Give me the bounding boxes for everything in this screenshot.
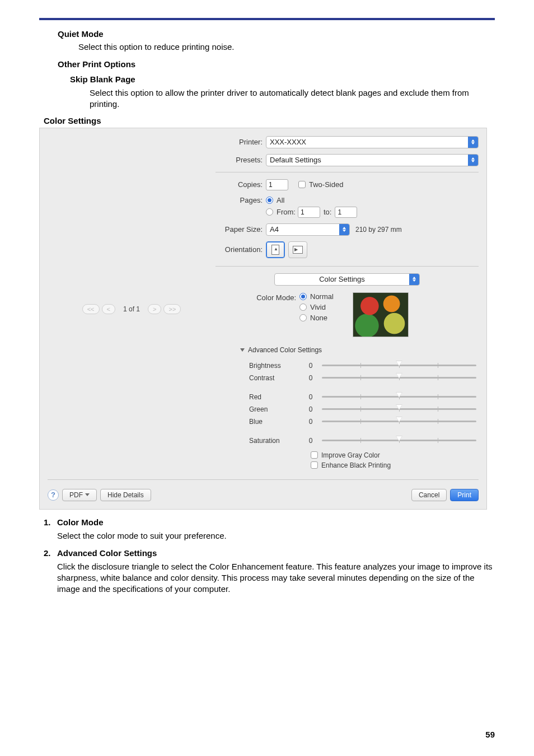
top-rule	[39, 18, 495, 20]
color-mode-none-radio[interactable]	[299, 314, 307, 321]
help-button[interactable]: ?	[48, 489, 59, 501]
presets-value: Default Settings	[266, 156, 468, 164]
paper-size-value: A4	[266, 225, 339, 234]
presets-select[interactable]: Default Settings	[266, 154, 479, 166]
pager-prev-button[interactable]: <	[102, 304, 115, 314]
enhance-black-label: Enhance Black Printing	[321, 461, 391, 469]
print-dialog-screenshot: << < 1 of 1 > >> Printer: XXX-XXXX Prese…	[39, 128, 487, 510]
color-mode-label: Color Mode:	[238, 292, 299, 302]
pager-status: 1 of 1	[123, 305, 140, 313]
red-label: Red	[249, 393, 299, 401]
copies-field[interactable]: 1	[266, 179, 288, 190]
pager-first-button[interactable]: <<	[82, 304, 100, 314]
green-value: 0	[299, 405, 322, 413]
preview-pager: << < 1 of 1 > >>	[48, 304, 216, 314]
brightness-value: 0	[299, 362, 322, 370]
printer-value: XXX-XXXX	[266, 138, 468, 146]
color-mode-vivid-label: Vivid	[310, 303, 326, 311]
presets-label: Presets:	[216, 156, 266, 164]
red-slider[interactable]	[322, 396, 476, 398]
contrast-value: 0	[299, 374, 322, 382]
advanced-color-label: Advanced Color Settings	[248, 346, 322, 354]
printer-label: Printer:	[216, 138, 266, 146]
blue-label: Blue	[249, 418, 299, 426]
red-value: 0	[299, 393, 322, 401]
enhance-black-checkbox[interactable]	[311, 461, 318, 469]
disclosure-triangle-icon	[240, 348, 245, 352]
two-sided-label: Two-Sided	[309, 180, 343, 189]
text-quiet-mode: Select this option to reduce printing no…	[78, 42, 495, 52]
list-body-advanced-color: Click the disclosure triangle to select …	[57, 561, 495, 595]
pages-all-radio[interactable]	[266, 197, 273, 204]
divider	[216, 266, 479, 267]
improve-gray-label: Improve Gray Color	[321, 451, 380, 459]
heading-skip-blank-page: Skip Blank Page	[70, 74, 495, 84]
pages-to-label: to:	[324, 208, 331, 216]
brightness-label: Brightness	[249, 362, 299, 370]
heading-color-settings: Color Settings	[44, 116, 495, 125]
hide-details-button[interactable]: Hide Details	[100, 489, 151, 501]
text-skip-blank-page: Select this option to allow the printer …	[90, 87, 495, 110]
pages-from-field[interactable]: 1	[298, 207, 320, 218]
blue-value: 0	[299, 418, 322, 426]
printer-select[interactable]: XXX-XXXX	[266, 136, 479, 148]
select-arrows-icon	[409, 273, 419, 286]
orientation-landscape-button[interactable]	[288, 241, 307, 258]
pager-last-button[interactable]: >>	[163, 304, 181, 314]
blue-slider[interactable]	[322, 421, 476, 422]
section-value: Color Settings	[275, 275, 409, 283]
divider	[216, 172, 479, 172]
section-select[interactable]: Color Settings	[274, 273, 420, 286]
list-number-1: 1.	[44, 517, 57, 527]
color-mode-vivid-radio[interactable]	[299, 304, 307, 311]
list-number-2: 2.	[44, 548, 57, 558]
pages-from-label: From:	[277, 208, 296, 216]
select-arrows-icon	[468, 136, 478, 148]
color-mode-normal-radio[interactable]	[299, 293, 307, 300]
print-button[interactable]: Print	[450, 489, 479, 501]
pager-next-button[interactable]: >	[148, 304, 161, 314]
paper-size-label: Paper Size:	[216, 225, 266, 234]
pdf-label: PDF	[69, 491, 83, 499]
pages-to-field[interactable]: 1	[335, 207, 357, 218]
divider	[48, 479, 479, 480]
color-mode-normal-label: Normal	[310, 292, 334, 301]
chevron-down-icon	[85, 493, 90, 496]
pages-all-label: All	[277, 196, 284, 204]
select-arrows-icon	[339, 223, 349, 236]
pdf-button[interactable]: PDF	[62, 489, 97, 501]
select-arrows-icon	[468, 154, 478, 166]
heading-quiet-mode: Quiet Mode	[58, 29, 495, 39]
saturation-slider[interactable]	[322, 440, 476, 441]
contrast-label: Contrast	[249, 374, 299, 382]
contrast-slider[interactable]	[322, 377, 476, 379]
improve-gray-checkbox[interactable]	[311, 451, 318, 459]
saturation-value: 0	[299, 437, 322, 445]
green-label: Green	[249, 405, 299, 413]
landscape-icon	[293, 246, 303, 254]
orientation-label: Orientation:	[216, 245, 266, 254]
pages-label: Pages:	[216, 196, 266, 204]
paper-size-select[interactable]: A4	[266, 223, 350, 236]
advanced-color-disclosure[interactable]: Advanced Color Settings	[240, 346, 479, 354]
two-sided-checkbox[interactable]	[298, 181, 306, 188]
portrait-icon	[271, 245, 279, 255]
pages-range-radio[interactable]	[266, 208, 273, 216]
list-title-color-mode: Color Mode	[57, 517, 104, 527]
heading-other-print-options: Other Print Options	[58, 59, 495, 69]
saturation-label: Saturation	[249, 437, 299, 445]
list-title-advanced-color: Advanced Color Settings	[57, 548, 157, 558]
green-slider[interactable]	[322, 408, 476, 410]
brightness-slider[interactable]	[322, 365, 476, 366]
list-body-color-mode: Select the color mode to suit your prefe…	[57, 530, 495, 542]
page-number: 59	[39, 730, 495, 739]
copies-label: Copies:	[216, 180, 266, 189]
color-preview-thumbnail	[353, 292, 409, 337]
cancel-button[interactable]: Cancel	[411, 489, 447, 501]
orientation-portrait-button[interactable]	[266, 241, 285, 258]
paper-size-dim: 210 by 297 mm	[355, 226, 402, 234]
color-mode-none-label: None	[310, 314, 327, 322]
